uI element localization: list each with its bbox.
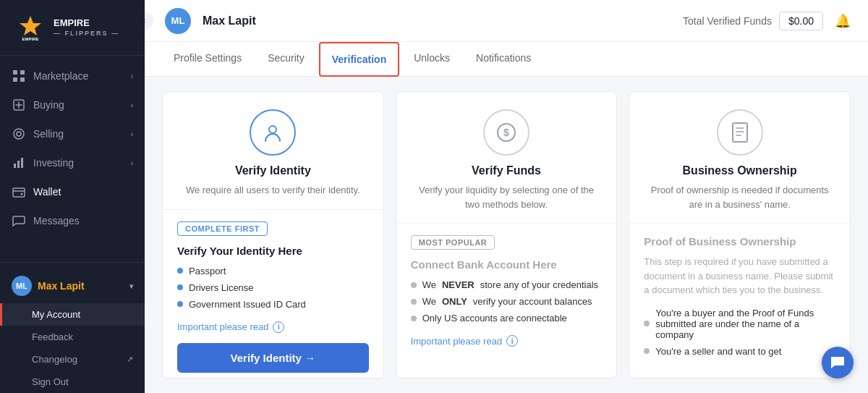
- svg-rect-3: [13, 70, 17, 75]
- tab-security[interactable]: Security: [256, 42, 316, 77]
- business-ownership-icon: [717, 109, 763, 156]
- verify-identity-section-title: Verify Your Identity Here: [177, 245, 369, 257]
- svg-text:$: $: [503, 127, 509, 138]
- logo-text: EMPIRE — FLIPPERS —: [54, 17, 119, 38]
- sidebar-item-changelog[interactable]: Changelog ↗: [0, 348, 145, 371]
- sidebar-item-label: Investing: [33, 157, 74, 169]
- bullet-drivers-license: Drivers License: [177, 282, 369, 293]
- svg-rect-18: [733, 123, 747, 142]
- important-read-link-1[interactable]: Important please read i: [177, 321, 369, 333]
- notifications-bell-icon[interactable]: 🔔: [835, 13, 851, 29]
- sidebar-item-feedback[interactable]: Feedback: [0, 326, 145, 348]
- sidebar-collapse-button[interactable]: ‹: [145, 12, 153, 30]
- chevron-right-icon: ›: [131, 72, 133, 80]
- verify-funds-title: Verify Funds: [472, 164, 541, 177]
- tabs-bar: Profile Settings Security Verification U…: [145, 42, 868, 77]
- verify-identity-button[interactable]: Verify Identity →: [177, 343, 369, 373]
- sidebar-item-marketplace[interactable]: Marketplace ›: [0, 62, 145, 90]
- verify-funds-body: MOST POPULAR Connect Bank Account Here W…: [396, 224, 617, 368]
- verify-funds-card-header: $ Verify Funds Verify your liquidity by …: [396, 92, 617, 224]
- sidebar-navigation: Marketplace › Buying › Selling › Investi…: [0, 56, 145, 256]
- business-ownership-list: You're a buyer and the Proof of Funds su…: [644, 308, 835, 357]
- business-ownership-desc: Proof of ownership is needed if document…: [644, 183, 835, 211]
- verify-funds-card: $ Verify Funds Verify your liquidity by …: [396, 91, 618, 379]
- important-read-link-2[interactable]: Important please read i: [411, 335, 603, 347]
- sidebar-item-label: Messages: [33, 215, 80, 227]
- sidebar-item-label: Selling: [33, 128, 64, 140]
- header-right: Total Verified Funds $0.00 🔔: [683, 12, 851, 30]
- verify-funds-list: We NEVER store any of your credentials W…: [411, 279, 603, 324]
- most-popular-badge: MOST POPULAR: [411, 235, 495, 250]
- chevron-down-icon: ▾: [129, 282, 133, 290]
- verify-identity-title: Verify Identity: [235, 164, 311, 177]
- svg-text:EMPIRE: EMPIRE: [22, 37, 38, 41]
- sidebar-item-label: Buying: [33, 99, 64, 111]
- messages-icon: [12, 214, 26, 228]
- external-link-icon: ↗: [127, 355, 133, 364]
- tab-verification[interactable]: Verification: [319, 42, 399, 77]
- sidebar-item-buying[interactable]: Buying ›: [0, 90, 145, 119]
- bullet-passport: Passport: [177, 266, 369, 276]
- important-read-text: Important please read: [177, 321, 268, 332]
- buying-icon: [12, 98, 26, 112]
- sidebar-item-sign-out[interactable]: Sign Out: [0, 371, 145, 393]
- sidebar-logo: EMPIRE EMPIRE — FLIPPERS —: [0, 0, 145, 56]
- sidebar-item-messages[interactable]: Messages: [0, 206, 145, 235]
- chevron-right-icon: ›: [131, 130, 133, 138]
- sidebar-item-wallet[interactable]: Wallet: [0, 177, 145, 206]
- svg-rect-4: [20, 70, 25, 75]
- total-verified-label: Total Verified Funds: [683, 15, 772, 27]
- info-icon-2: i: [506, 335, 518, 347]
- important-read-text-2: Important please read: [411, 336, 502, 347]
- sidebar-item-label: Wallet: [33, 186, 61, 198]
- header-username: Max Lapit: [203, 14, 256, 28]
- sidebar-item-investing[interactable]: Investing ›: [0, 148, 145, 177]
- proof-title: Proof of Business Ownership: [644, 235, 835, 248]
- business-ownership-title: Business Ownership: [683, 164, 797, 177]
- sidebar-user[interactable]: ML Max Lapit ▾: [0, 269, 145, 303]
- bullet-seller: You're a seller and want to get: [644, 346, 835, 357]
- bullet-gov-id: Government Issued ID Card: [177, 299, 369, 310]
- investing-icon: [12, 156, 26, 170]
- verify-identity-card-header: Verify Identity We require all users to …: [163, 92, 383, 210]
- sidebar-username: Max Lapit: [38, 280, 85, 292]
- tab-unlocks[interactable]: Unlocks: [402, 42, 461, 77]
- chevron-right-icon: ›: [131, 159, 133, 167]
- sidebar-item-selling[interactable]: Selling ›: [0, 119, 145, 148]
- chat-bubble-button[interactable]: [822, 347, 854, 379]
- tab-notifications[interactable]: Notifications: [464, 42, 542, 77]
- tab-profile-settings[interactable]: Profile Settings: [162, 42, 253, 77]
- svg-rect-10: [14, 164, 16, 168]
- connect-bank-title: Connect Bank Account Here: [411, 258, 603, 271]
- verify-identity-icon: [250, 109, 296, 156]
- verify-funds-icon: $: [483, 109, 529, 156]
- svg-rect-13: [13, 188, 25, 197]
- business-ownership-card-header: Business Ownership Proof of ownership is…: [629, 92, 850, 224]
- svg-point-15: [269, 126, 276, 133]
- main-content: ‹ ML Max Lapit Total Verified Funds $0.0…: [145, 0, 868, 393]
- svg-point-9: [17, 132, 21, 136]
- bullet-only-verify: We ONLY verify your account balances: [411, 296, 603, 307]
- verified-amount-value: $0.00: [779, 12, 823, 30]
- marketplace-icon: [12, 69, 26, 83]
- bullet-buyer-company: You're a buyer and the Proof of Funds su…: [644, 308, 835, 340]
- chevron-right-icon: ›: [131, 101, 133, 109]
- header-avatar: ML: [165, 8, 191, 34]
- bullet-us-accounts: Only US accounts are connectable: [411, 313, 603, 324]
- sidebar-item-label: Marketplace: [33, 70, 88, 82]
- verify-identity-body: COMPLETE FIRST Verify Your Identity Here…: [163, 210, 383, 379]
- verify-identity-list: Passport Drivers License Government Issu…: [177, 266, 369, 310]
- svg-point-8: [14, 129, 24, 139]
- svg-rect-11: [17, 161, 20, 168]
- content-area: Verify Identity We require all users to …: [145, 77, 868, 393]
- sidebar-item-my-account[interactable]: My Account: [0, 303, 145, 326]
- selling-icon: [12, 127, 26, 141]
- verify-identity-card: Verify Identity We require all users to …: [162, 91, 384, 379]
- svg-point-14: [21, 193, 23, 195]
- total-verified-section: Total Verified Funds $0.00: [683, 12, 823, 30]
- svg-rect-5: [13, 77, 17, 82]
- business-ownership-card: Business Ownership Proof of ownership is…: [629, 91, 851, 379]
- svg-rect-12: [21, 158, 23, 168]
- info-icon-1: i: [273, 321, 284, 333]
- complete-first-badge: COMPLETE FIRST: [177, 221, 268, 236]
